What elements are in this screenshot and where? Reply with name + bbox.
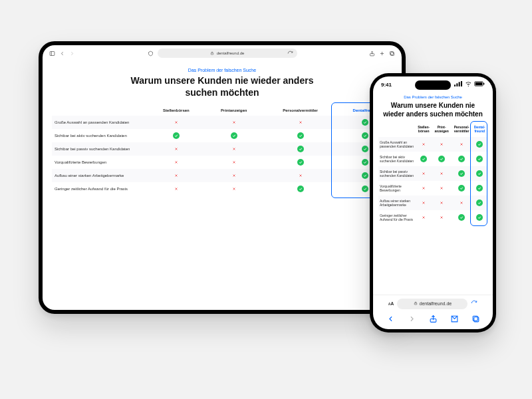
cell	[205, 156, 263, 169]
table-row: Aufbau einer starken Arbeitgebermarke	[378, 196, 487, 210]
safari-nav-bar	[373, 312, 493, 329]
check-icon	[362, 146, 368, 152]
forward-icon[interactable]	[69, 51, 75, 57]
cell	[471, 166, 487, 181]
refresh-icon[interactable]	[471, 300, 477, 307]
row-label: Aufbau einer starken Arbeitgebermarke	[52, 169, 147, 182]
table-row: Vorqualifizierte Bewerbungen	[52, 156, 392, 169]
sidebar-icon[interactable]	[49, 51, 55, 57]
svg-rect-34	[459, 82, 460, 86]
cell	[432, 196, 452, 210]
row-label: Sichtbar bei aktiv suchenden Kandidaten	[52, 129, 147, 142]
check-icon	[476, 185, 483, 192]
cell	[471, 210, 487, 225]
cell	[263, 182, 338, 196]
check-icon	[476, 214, 483, 221]
shield-icon[interactable]	[148, 51, 154, 57]
cell	[263, 116, 338, 129]
row-label: Sichtbar bei passiv suchenden Kandidaten	[378, 166, 416, 181]
check-icon	[362, 132, 368, 139]
status-time: 9:41	[381, 82, 392, 88]
cell	[452, 137, 472, 152]
cross-icon	[173, 146, 180, 152]
refresh-icon[interactable]	[287, 51, 293, 57]
share-icon[interactable]	[369, 51, 375, 57]
share-icon[interactable]	[429, 315, 438, 324]
svg-rect-35	[461, 81, 462, 86]
cross-icon	[231, 146, 237, 152]
check-icon	[476, 156, 483, 162]
cell	[263, 142, 338, 156]
cross-icon	[420, 200, 427, 206]
check-icon	[173, 132, 180, 139]
column-header	[52, 105, 147, 116]
check-icon	[438, 156, 445, 162]
table-row: Sichtbar bei passiv suchenden Kandidaten	[378, 166, 487, 181]
cross-icon	[438, 200, 445, 206]
svg-rect-6	[391, 52, 394, 55]
forward-icon[interactable]	[408, 315, 416, 324]
eyebrow-text: Das Problem der falschen Suche	[52, 68, 392, 72]
column-header	[378, 122, 416, 137]
row-label: Sichtbar bei aktiv suchenden Kandidaten	[378, 152, 416, 166]
svg-rect-37	[475, 82, 483, 86]
battery-icon	[474, 81, 485, 88]
row-label: Sichtbar bei passiv suchenden Kandidaten	[52, 142, 147, 156]
cell	[452, 152, 472, 166]
lock-icon	[414, 301, 418, 306]
check-icon	[420, 156, 427, 162]
cross-icon	[420, 185, 427, 192]
signal-icon	[454, 81, 463, 88]
tabs-icon[interactable]	[389, 51, 395, 57]
eyebrow-text: Das Problem der falschen Suche	[378, 95, 487, 99]
cross-icon	[173, 172, 180, 179]
wifi-icon	[465, 81, 472, 88]
check-icon	[362, 186, 368, 192]
cross-icon	[173, 119, 180, 126]
cross-icon	[231, 159, 237, 166]
svg-rect-63	[414, 303, 417, 305]
cell	[432, 137, 452, 152]
cross-icon	[420, 214, 427, 221]
cell	[432, 210, 452, 225]
iphone-device-frame: 9:41 Das Problem der falschen Suche Waru…	[370, 73, 496, 332]
address-bar[interactable]: dentalfreund.de	[158, 49, 297, 58]
cross-icon	[458, 141, 465, 148]
back-icon[interactable]	[59, 51, 65, 57]
table-row: Geringer zeitlicher Aufwand für die Prax…	[52, 182, 392, 196]
address-bar[interactable]: dentalfreund.de	[397, 299, 467, 309]
back-icon[interactable]	[386, 315, 395, 324]
column-header: Personal-vermittler	[452, 122, 472, 137]
check-icon	[476, 200, 483, 206]
cell	[432, 166, 452, 181]
iphone-page-content: Das Problem der falschen Suche Warum uns…	[373, 92, 493, 295]
bookmarks-icon[interactable]	[450, 315, 459, 324]
row-label: Vorqualifizierte Bewerbungen	[52, 156, 147, 169]
cross-icon	[438, 185, 445, 192]
column-header: Personalvermittler	[263, 105, 338, 116]
cross-icon	[297, 172, 304, 179]
tabs-icon[interactable]	[471, 315, 480, 324]
cell	[205, 182, 263, 196]
check-icon	[297, 159, 304, 166]
row-label: Große Auswahl an passenden Kandidaten	[52, 116, 147, 129]
column-header: Dental-freund	[471, 122, 487, 137]
text-size-icon[interactable]: AA	[388, 301, 394, 306]
column-header: Print-anzeigen	[432, 122, 452, 137]
ipad-footer: ·	[43, 304, 402, 310]
cell	[147, 182, 205, 196]
table-row: Sichtbar bei passiv suchenden Kandidaten	[52, 142, 392, 156]
cell	[452, 166, 472, 181]
cross-icon	[458, 200, 465, 206]
check-icon	[476, 141, 483, 148]
cell	[452, 196, 472, 210]
cell	[416, 152, 432, 166]
cell	[416, 166, 432, 181]
dynamic-island	[415, 80, 451, 90]
new-tab-icon[interactable]	[379, 51, 385, 57]
cell	[416, 181, 432, 196]
cell	[205, 142, 263, 156]
table-row: Vorqualifizierte Bewerbungen	[378, 181, 487, 196]
table-row: Geringer zeitlicher Aufwand für die Prax…	[378, 210, 487, 225]
ipad-device-frame: dentalfreund.de Das Problem der falschen…	[39, 41, 406, 314]
